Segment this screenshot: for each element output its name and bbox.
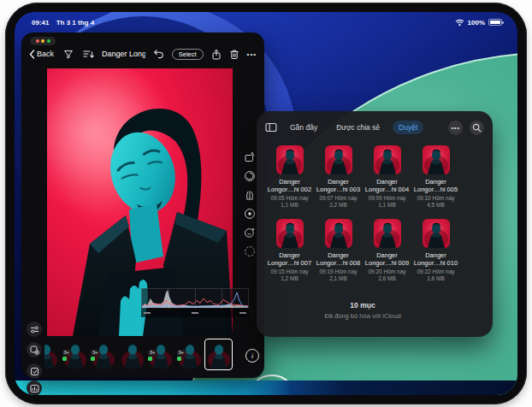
- trash-icon[interactable]: [229, 49, 239, 60]
- filmstrip[interactable]: 3+ 3+: [44, 338, 244, 370]
- histogram-footer: [141, 309, 249, 317]
- filmstrip-thumbnail[interactable]: 3+: [62, 339, 88, 369]
- paste-edits-button[interactable]: [27, 363, 42, 379]
- sidebar-icon[interactable]: [265, 122, 277, 133]
- filmstrip-thumbnail[interactable]: 3+: [147, 339, 174, 369]
- filters-button[interactable]: [242, 168, 257, 183]
- file-thumbnail[interactable]: [325, 219, 352, 248]
- filmstrip-thumbnail[interactable]: [204, 339, 233, 370]
- file-name: Danger Longor…hi 002: [266, 178, 314, 193]
- file-time: 09:10 Hôm nay: [417, 195, 454, 201]
- file-item[interactable]: Danger Longor…hi 010 09:22 Hôm nay 1,6 M…: [411, 219, 460, 281]
- edit-count-badge: 3+: [148, 350, 157, 356]
- crop-rotate-icon: [244, 151, 256, 163]
- close-dot-icon[interactable]: [36, 39, 39, 43]
- files-grid: Danger Longor…hi 002 09:05 Hôm nay 1,1 M…: [265, 145, 464, 281]
- search-button[interactable]: [470, 121, 484, 135]
- filmstrip-thumbnail[interactable]: [119, 339, 145, 369]
- file-name: Danger Longor…hi 008: [315, 251, 363, 267]
- thumbnail-figure: [44, 339, 59, 369]
- thumbnail-figure: [325, 219, 352, 248]
- tab-recents[interactable]: Gần đây: [284, 121, 323, 134]
- back-label: Back: [37, 50, 54, 58]
- file-item[interactable]: Danger Longor…hi 004 09:09 Hôm nay 1,1 M…: [363, 145, 411, 208]
- file-item[interactable]: Danger Longor…hi 002 09:05 Hôm nay 1,1 M…: [265, 145, 314, 208]
- toolbar-left-group: Back: [29, 49, 94, 59]
- filmstrip-thumbnail[interactable]: 3+: [176, 339, 203, 369]
- file-item[interactable]: Danger Longor…hi 005 09:10 Hôm nay 4,5 M…: [411, 145, 460, 208]
- tab-browse[interactable]: Duyệt: [393, 121, 423, 134]
- histogram-view-icon: [30, 384, 39, 393]
- adjustments-button[interactable]: [242, 187, 257, 202]
- adjustments-icon: [244, 189, 256, 201]
- copy-edits-button[interactable]: [27, 342, 42, 357]
- edited-indicator-icon: [177, 357, 181, 361]
- info-button[interactable]: i: [245, 349, 259, 363]
- file-name: Danger Longor…hi 010: [412, 251, 460, 267]
- masking-icon: [244, 245, 256, 257]
- status-left: 09:41 Th 3 1 thg 4: [32, 19, 99, 27]
- file-time: 09:20 Hôm nay: [368, 268, 405, 274]
- more-icon[interactable]: •••: [448, 121, 463, 135]
- back-button[interactable]: Back: [29, 50, 54, 59]
- file-time: 09:22 Hôm nay: [417, 268, 454, 274]
- file-thumbnail[interactable]: [423, 145, 450, 174]
- file-size: 1,6 MB: [427, 275, 445, 281]
- icloud-sync-status: Đã đồng bộ hóa với iCloud: [257, 312, 469, 320]
- filmstrip-thumbnail[interactable]: 3+: [90, 339, 116, 369]
- edited-indicator-icon: [91, 357, 95, 361]
- file-item[interactable]: Danger Longor…hi 009 09:20 Hôm nay 2,6 M…: [363, 219, 411, 281]
- edit-count-badge: 3+: [177, 350, 186, 356]
- file-thumbnail[interactable]: [276, 145, 304, 174]
- select-button[interactable]: Select: [172, 49, 204, 60]
- histogram-view-button[interactable]: [27, 380, 42, 395]
- search-icon: [472, 123, 482, 133]
- file-thumbnail[interactable]: [374, 219, 401, 248]
- effects-button[interactable]: [242, 225, 257, 239]
- file-item[interactable]: Danger Longor…hi 003 09:07 Hôm nay 2,2 M…: [314, 145, 363, 208]
- vignette-button[interactable]: [242, 206, 257, 221]
- file-size: 1,2 MB: [281, 275, 299, 281]
- file-item[interactable]: Danger Longor…hi 008 09:19 Hôm nay 2,1 M…: [314, 219, 363, 281]
- thumbnail-figure: [325, 145, 352, 174]
- auto-adjust-button[interactable]: [27, 321, 42, 337]
- more-icon[interactable]: •••: [247, 50, 257, 58]
- file-name: Danger Longor…hi 009: [364, 251, 411, 267]
- file-name: Danger Longor…hi 003: [315, 178, 363, 193]
- thumbnail-figure: [374, 219, 401, 248]
- masking-button[interactable]: [242, 244, 257, 258]
- crop-rotate-button[interactable]: [242, 150, 257, 164]
- file-thumbnail[interactable]: [423, 219, 450, 248]
- zoom-dot-icon[interactable]: [47, 39, 50, 43]
- file-time: 09:09 Hôm nay: [368, 195, 405, 201]
- share-icon[interactable]: [211, 49, 222, 60]
- date: Th 3 1 thg 4: [56, 19, 94, 27]
- file-thumbnail[interactable]: [325, 145, 352, 174]
- file-thumbnail[interactable]: [276, 219, 304, 248]
- edit-badge: 3+: [91, 350, 99, 361]
- minimize-dot-icon[interactable]: [41, 39, 44, 43]
- file-item[interactable]: Danger Longor…hi 007 09:15 Hôm nay 1,2 M…: [265, 219, 314, 281]
- filter-funnel-icon[interactable]: [63, 49, 74, 59]
- status-right: 100%: [455, 19, 502, 27]
- auto-adjust-icon: [30, 325, 39, 334]
- files-window: Gần đây Được chia sẻ Duyệt •••: [257, 111, 493, 337]
- copy-edits-icon: [30, 345, 39, 355]
- battery-percent: 100%: [468, 19, 485, 27]
- thumbnail-figure: [423, 145, 450, 174]
- file-thumbnail[interactable]: [374, 145, 401, 174]
- sort-descending-icon[interactable]: [83, 49, 94, 59]
- edited-indicator-icon: [62, 357, 67, 361]
- status-bar: 09:41 Th 3 1 thg 4 100%: [32, 16, 502, 28]
- undo-icon[interactable]: [153, 49, 164, 59]
- thumbnail-figure: [119, 339, 145, 369]
- window-traffic-lights[interactable]: [30, 37, 56, 45]
- wallpaper-cyan-strip: [15, 380, 517, 395]
- vignette-icon: [244, 208, 256, 220]
- files-footer: 10 mục Đã đồng bộ hóa với iCloud: [257, 301, 469, 320]
- filmstrip-thumbnail[interactable]: [44, 339, 59, 369]
- effects-icon: [244, 227, 256, 239]
- edited-indicator-icon: [148, 357, 152, 361]
- file-size: 1,1 MB: [378, 202, 396, 208]
- tab-shared[interactable]: Được chia sẻ: [330, 121, 386, 134]
